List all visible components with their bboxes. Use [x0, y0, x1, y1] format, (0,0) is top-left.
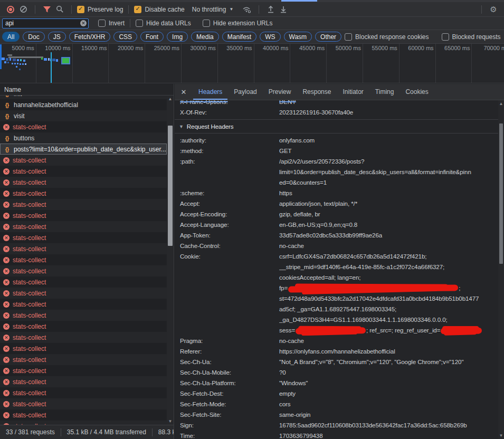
- request-row[interactable]: {}buttons: [0, 132, 167, 144]
- name-column-label: Name: [4, 86, 21, 93]
- tab-payload[interactable]: Payload: [229, 84, 262, 100]
- type-filter-all[interactable]: All: [2, 32, 20, 42]
- network-conditions-button[interactable]: [241, 4, 253, 15]
- type-filter-doc[interactable]: Doc: [23, 32, 44, 42]
- type-filter-media[interactable]: Media: [191, 32, 219, 42]
- request-row[interactable]: ✕stats-collect: [0, 276, 167, 288]
- type-filter-js[interactable]: JS: [48, 32, 66, 42]
- request-row[interactable]: {}posts?limit=10&order=publish_date_desc…: [0, 144, 167, 155]
- request-row[interactable]: ✕stats-collect: [0, 243, 167, 254]
- requests-count: 33 / 381 requests: [0, 428, 61, 436]
- header-value: empty: [279, 388, 498, 399]
- type-filter-fetch-xhr[interactable]: Fetch/XHR: [69, 32, 111, 42]
- request-row[interactable]: ✕stats-collect: [0, 398, 167, 409]
- blocked-response-cookies-checkbox[interactable]: Blocked response cookies: [345, 33, 429, 41]
- filter-toggle-button[interactable]: [41, 4, 53, 15]
- request-row[interactable]: ✕stats-collect: [0, 332, 167, 343]
- type-filter-font[interactable]: Font: [140, 32, 164, 42]
- request-row[interactable]: ✕stats-collect: [0, 387, 167, 398]
- header-value: 1703636799438: [279, 431, 498, 439]
- hide-data-urls-checkbox[interactable]: Hide data URLs: [136, 20, 191, 27]
- request-list-scrollbar[interactable]: ▲ ▼: [167, 96, 174, 425]
- type-filter-manifest[interactable]: Manifest: [222, 32, 256, 42]
- type-filter-other[interactable]: Other: [315, 32, 341, 42]
- request-row[interactable]: {}init: [0, 96, 167, 99]
- request-row[interactable]: ✕stats-collect: [0, 232, 167, 243]
- resources-size: 88.3 kB: [153, 428, 174, 436]
- search-button[interactable]: [53, 4, 66, 15]
- header-value: "Windows": [279, 378, 498, 388]
- scroll-down-icon[interactable]: ▼: [498, 432, 504, 439]
- tab-cookies[interactable]: Cookies: [400, 84, 433, 100]
- request-row[interactable]: ✕stats-collect: [0, 254, 167, 265]
- request-row[interactable]: ✕stats-collect: [0, 343, 167, 354]
- network-overview-waterfall[interactable]: 5000 ms10000 ms15000 ms20000 ms25000 ms3…: [0, 44, 504, 83]
- throttling-dropdown[interactable]: No throttling ▼: [192, 6, 234, 13]
- request-headers-section-header[interactable]: ▼ Request Headers: [175, 120, 498, 133]
- request-name: buttons: [14, 135, 34, 142]
- record-button[interactable]: [4, 4, 17, 15]
- close-details-button[interactable]: ✕: [175, 84, 193, 100]
- request-row[interactable]: ✕stats-collect: [0, 265, 167, 276]
- toolbar-divider: [130, 19, 130, 27]
- request-row[interactable]: ✕stats-collect: [0, 288, 167, 299]
- request-row[interactable]: ✕stats-collect: [0, 321, 167, 332]
- scrollbar-thumb[interactable]: [499, 123, 503, 264]
- request-row[interactable]: ✕stats-collect: [0, 221, 167, 232]
- request-row[interactable]: {}hannahelizabethofficial: [0, 99, 167, 110]
- waterfall-bar: [4, 61, 6, 63]
- request-row[interactable]: ✕stats-collect: [0, 210, 167, 221]
- type-filter-css[interactable]: CSS: [113, 32, 137, 42]
- request-row[interactable]: ✕stats-collect: [0, 421, 167, 425]
- type-filter-ws[interactable]: WS: [260, 32, 280, 42]
- blocked-requests-label: Blocked requests: [452, 33, 501, 41]
- filter-input[interactable]: [2, 18, 89, 28]
- scroll-up-icon[interactable]: ▲: [167, 96, 174, 102]
- type-filter-img[interactable]: Img: [167, 32, 188, 42]
- blocked-filters: Blocked response cookiesBlocked requests…: [345, 33, 504, 41]
- scroll-down-icon[interactable]: ▼: [167, 418, 174, 425]
- tab-headers[interactable]: Headers: [193, 84, 227, 100]
- request-row[interactable]: ✕stats-collect: [0, 354, 167, 365]
- tab-response[interactable]: Response: [297, 84, 336, 100]
- checkbox-checked-icon: [134, 6, 141, 13]
- request-row[interactable]: ✕stats-collect: [0, 376, 167, 387]
- tab-timing[interactable]: Timing: [370, 84, 400, 100]
- details-scrollbar[interactable]: ▲ ▼: [498, 100, 504, 439]
- request-row[interactable]: ✕stats-collect: [0, 166, 167, 177]
- header-row: Accept-Encoding:gzip, deflate, br: [175, 209, 498, 219]
- name-column-header[interactable]: Name: [0, 84, 174, 96]
- request-row[interactable]: ✕stats-collect: [0, 299, 167, 310]
- import-har-button[interactable]: [264, 4, 277, 15]
- invert-checkbox[interactable]: Invert: [98, 20, 125, 27]
- request-row[interactable]: {}visit: [0, 110, 167, 121]
- request-row[interactable]: ✕stats-collect: [0, 188, 167, 199]
- request-row[interactable]: ✕stats-collect: [0, 409, 167, 421]
- tab-initiator[interactable]: Initiator: [337, 84, 368, 100]
- request-row[interactable]: ✕stats-collect: [0, 199, 167, 210]
- request-row[interactable]: ✕stats-collect: [0, 310, 167, 321]
- disable-cache-checkbox[interactable]: Disable cache: [134, 6, 184, 13]
- timeline-tick: 65000 ms: [436, 44, 472, 83]
- tab-preview[interactable]: Preview: [263, 84, 297, 100]
- hide-extension-urls-checkbox[interactable]: Hide extension URLs: [203, 20, 273, 27]
- checkbox-unchecked-icon: [203, 20, 210, 27]
- settings-button[interactable]: ⚙: [487, 4, 500, 15]
- request-row[interactable]: ✕stats-collect: [0, 121, 167, 132]
- request-row[interactable]: ✕stats-collect: [0, 365, 167, 376]
- clear-button[interactable]: [17, 4, 30, 15]
- clear-filter-icon[interactable]: ✕: [80, 20, 87, 26]
- preserve-log-checkbox[interactable]: Preserve log: [77, 6, 123, 13]
- blocked-requests-checkbox[interactable]: Blocked requests: [442, 33, 501, 41]
- request-name: stats-collect: [13, 179, 46, 186]
- request-row[interactable]: ✕stats-collect: [0, 155, 167, 166]
- search-icon: [56, 5, 64, 13]
- page-loading-indicator: [281, 0, 317, 2]
- scroll-up-icon[interactable]: ▲: [498, 100, 504, 107]
- header-row: :authority:onlyfans.com: [175, 135, 498, 146]
- type-filter-wasm[interactable]: Wasm: [284, 32, 312, 42]
- export-har-button[interactable]: [277, 4, 290, 15]
- scrollbar-thumb[interactable]: [168, 126, 173, 246]
- header-name: Accept-Encoding:: [175, 209, 279, 219]
- request-row[interactable]: ✕stats-collect: [0, 177, 167, 188]
